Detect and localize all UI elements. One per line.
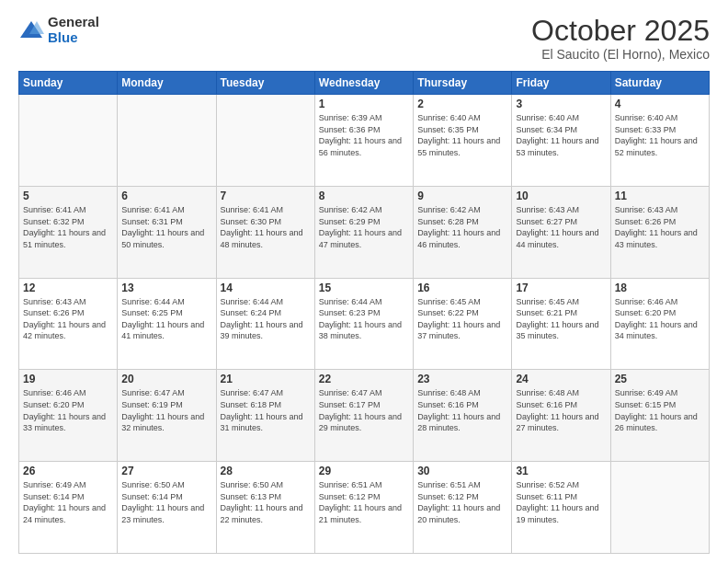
header-saturday: Saturday	[610, 72, 709, 95]
logo: General Blue	[18, 15, 99, 45]
day-info: Sunrise: 6:48 AMSunset: 6:16 PMDaylight:…	[516, 388, 598, 432]
day-number: 26	[23, 465, 113, 477]
calendar-header-row: Sunday Monday Tuesday Wednesday Thursday…	[19, 72, 710, 95]
table-row	[118, 95, 216, 187]
table-row: 11 Sunrise: 6:43 AMSunset: 6:26 PMDaylig…	[610, 186, 709, 278]
day-number: 27	[121, 465, 211, 477]
table-row: 5 Sunrise: 6:41 AMSunset: 6:32 PMDayligh…	[19, 186, 118, 278]
table-row: 28 Sunrise: 6:50 AMSunset: 6:13 PMDaylig…	[216, 462, 314, 554]
day-info: Sunrise: 6:47 AMSunset: 6:19 PMDaylight:…	[121, 388, 204, 432]
header: General Blue October 2025 El Saucito (El…	[18, 15, 710, 62]
day-info: Sunrise: 6:44 AMSunset: 6:24 PMDaylight:…	[221, 297, 303, 341]
day-number: 7	[221, 190, 311, 202]
table-row: 12 Sunrise: 6:43 AMSunset: 6:26 PMDaylig…	[19, 278, 118, 370]
logo-general-label: General	[48, 15, 99, 30]
day-number: 23	[417, 373, 507, 385]
day-number: 31	[516, 465, 606, 477]
day-info: Sunrise: 6:45 AMSunset: 6:22 PMDaylight:…	[417, 297, 500, 341]
calendar-week-row: 5 Sunrise: 6:41 AMSunset: 6:32 PMDayligh…	[19, 186, 710, 278]
day-info: Sunrise: 6:52 AMSunset: 6:11 PMDaylight:…	[516, 480, 598, 524]
day-number: 11	[615, 190, 705, 202]
header-friday: Friday	[512, 72, 610, 95]
day-info: Sunrise: 6:41 AMSunset: 6:30 PMDaylight:…	[221, 205, 303, 249]
day-info: Sunrise: 6:40 AMSunset: 6:34 PMDaylight:…	[516, 113, 598, 157]
day-number: 22	[319, 373, 409, 385]
day-number: 21	[221, 373, 311, 385]
table-row: 6 Sunrise: 6:41 AMSunset: 6:31 PMDayligh…	[118, 186, 216, 278]
day-info: Sunrise: 6:51 AMSunset: 6:12 PMDaylight:…	[319, 480, 402, 524]
day-info: Sunrise: 6:41 AMSunset: 6:31 PMDaylight:…	[121, 205, 204, 249]
day-info: Sunrise: 6:42 AMSunset: 6:29 PMDaylight:…	[319, 205, 402, 249]
day-number: 4	[615, 98, 705, 110]
day-info: Sunrise: 6:48 AMSunset: 6:16 PMDaylight:…	[417, 388, 500, 432]
day-number: 5	[23, 190, 113, 202]
day-number: 30	[417, 465, 507, 477]
day-number: 24	[516, 373, 606, 385]
location: El Saucito (El Horno), Mexico	[531, 47, 710, 62]
page: General Blue October 2025 El Saucito (El…	[0, 0, 728, 563]
day-number: 2	[417, 98, 507, 110]
table-row: 18 Sunrise: 6:46 AMSunset: 6:20 PMDaylig…	[610, 278, 709, 370]
table-row: 9 Sunrise: 6:42 AMSunset: 6:28 PMDayligh…	[414, 186, 512, 278]
header-thursday: Thursday	[414, 72, 512, 95]
header-sunday: Sunday	[19, 72, 118, 95]
day-number: 10	[516, 190, 606, 202]
calendar-week-row: 1 Sunrise: 6:39 AMSunset: 6:36 PMDayligh…	[19, 95, 710, 187]
table-row: 16 Sunrise: 6:45 AMSunset: 6:22 PMDaylig…	[414, 278, 512, 370]
table-row: 31 Sunrise: 6:52 AMSunset: 6:11 PMDaylig…	[512, 462, 610, 554]
logo-text: General Blue	[48, 15, 99, 45]
day-number: 15	[319, 282, 409, 294]
table-row: 20 Sunrise: 6:47 AMSunset: 6:19 PMDaylig…	[118, 370, 216, 462]
day-info: Sunrise: 6:39 AMSunset: 6:36 PMDaylight:…	[319, 113, 402, 157]
day-number: 20	[121, 373, 211, 385]
table-row: 4 Sunrise: 6:40 AMSunset: 6:33 PMDayligh…	[610, 95, 709, 187]
table-row: 27 Sunrise: 6:50 AMSunset: 6:14 PMDaylig…	[118, 462, 216, 554]
day-number: 6	[121, 190, 211, 202]
day-info: Sunrise: 6:49 AMSunset: 6:15 PMDaylight:…	[615, 388, 698, 432]
header-tuesday: Tuesday	[216, 72, 314, 95]
table-row: 13 Sunrise: 6:44 AMSunset: 6:25 PMDaylig…	[118, 278, 216, 370]
day-info: Sunrise: 6:44 AMSunset: 6:23 PMDaylight:…	[319, 297, 402, 341]
day-number: 8	[319, 190, 409, 202]
title-block: October 2025 El Saucito (El Horno), Mexi…	[531, 15, 710, 62]
day-info: Sunrise: 6:40 AMSunset: 6:35 PMDaylight:…	[417, 113, 500, 157]
day-number: 17	[516, 282, 606, 294]
table-row: 29 Sunrise: 6:51 AMSunset: 6:12 PMDaylig…	[314, 462, 413, 554]
day-info: Sunrise: 6:41 AMSunset: 6:32 PMDaylight:…	[23, 205, 106, 249]
day-info: Sunrise: 6:43 AMSunset: 6:27 PMDaylight:…	[516, 205, 598, 249]
day-number: 28	[221, 465, 311, 477]
table-row: 17 Sunrise: 6:45 AMSunset: 6:21 PMDaylig…	[512, 278, 610, 370]
logo-blue-label: Blue	[48, 30, 99, 46]
day-number: 16	[417, 282, 507, 294]
table-row: 7 Sunrise: 6:41 AMSunset: 6:30 PMDayligh…	[216, 186, 314, 278]
calendar-week-row: 19 Sunrise: 6:46 AMSunset: 6:20 PMDaylig…	[19, 370, 710, 462]
month-title: October 2025	[531, 15, 710, 47]
day-info: Sunrise: 6:40 AMSunset: 6:33 PMDaylight:…	[615, 113, 698, 157]
table-row: 22 Sunrise: 6:47 AMSunset: 6:17 PMDaylig…	[314, 370, 413, 462]
table-row: 8 Sunrise: 6:42 AMSunset: 6:29 PMDayligh…	[314, 186, 413, 278]
day-info: Sunrise: 6:50 AMSunset: 6:13 PMDaylight:…	[221, 480, 303, 524]
day-info: Sunrise: 6:47 AMSunset: 6:17 PMDaylight:…	[319, 388, 402, 432]
table-row	[19, 95, 118, 187]
table-row: 21 Sunrise: 6:47 AMSunset: 6:18 PMDaylig…	[216, 370, 314, 462]
day-info: Sunrise: 6:43 AMSunset: 6:26 PMDaylight:…	[23, 297, 106, 341]
day-info: Sunrise: 6:42 AMSunset: 6:28 PMDaylight:…	[417, 205, 500, 249]
day-info: Sunrise: 6:49 AMSunset: 6:14 PMDaylight:…	[23, 480, 106, 524]
day-number: 3	[516, 98, 606, 110]
day-number: 1	[319, 98, 409, 110]
table-row: 10 Sunrise: 6:43 AMSunset: 6:27 PMDaylig…	[512, 186, 610, 278]
day-number: 14	[221, 282, 311, 294]
table-row: 19 Sunrise: 6:46 AMSunset: 6:20 PMDaylig…	[19, 370, 118, 462]
table-row	[610, 462, 709, 554]
table-row	[216, 95, 314, 187]
table-row: 3 Sunrise: 6:40 AMSunset: 6:34 PMDayligh…	[512, 95, 610, 187]
day-number: 19	[23, 373, 113, 385]
calendar-week-row: 26 Sunrise: 6:49 AMSunset: 6:14 PMDaylig…	[19, 462, 710, 554]
day-number: 25	[615, 373, 705, 385]
table-row: 26 Sunrise: 6:49 AMSunset: 6:14 PMDaylig…	[19, 462, 118, 554]
day-number: 12	[23, 282, 113, 294]
table-row: 23 Sunrise: 6:48 AMSunset: 6:16 PMDaylig…	[414, 370, 512, 462]
table-row: 25 Sunrise: 6:49 AMSunset: 6:15 PMDaylig…	[610, 370, 709, 462]
day-number: 18	[615, 282, 705, 294]
day-info: Sunrise: 6:46 AMSunset: 6:20 PMDaylight:…	[615, 297, 698, 341]
